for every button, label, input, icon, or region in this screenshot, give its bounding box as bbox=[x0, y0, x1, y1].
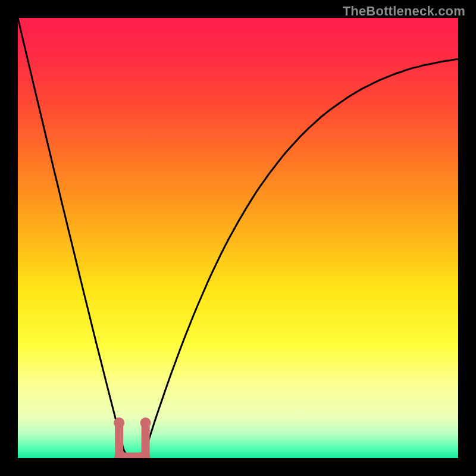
watermark-text: TheBottleneck.com bbox=[343, 4, 465, 19]
marker-left-dot bbox=[114, 418, 124, 428]
outer-frame: TheBottleneck.com bbox=[0, 0, 476, 476]
chart-svg bbox=[18, 18, 458, 458]
marker-right-dot bbox=[140, 418, 151, 428]
plot-area bbox=[18, 18, 458, 458]
gradient-background bbox=[18, 18, 458, 458]
